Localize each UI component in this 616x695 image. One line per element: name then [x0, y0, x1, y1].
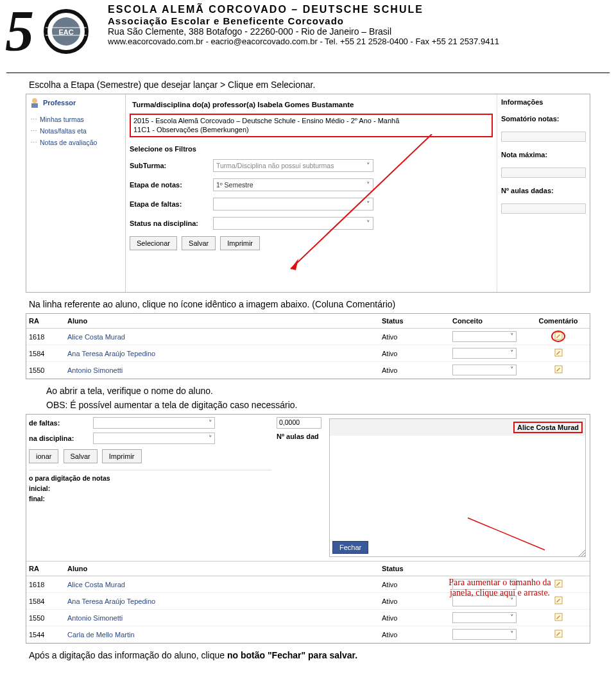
- salvar-button[interactable]: Salvar: [64, 449, 98, 463]
- conceito-select[interactable]: ˅: [452, 612, 517, 623]
- filters-title: Selecione os Filtros: [130, 145, 493, 153]
- aulas-field: [501, 203, 586, 214]
- edit-comment-icon[interactable]: [554, 348, 563, 357]
- imprimir-button[interactable]: Imprimir: [220, 236, 260, 250]
- resize-callout: Para aumentar o tamanho da janela, cliqu…: [442, 578, 558, 598]
- edit-comment-icon[interactable]: [554, 630, 563, 638]
- chevron-down-icon: ˅: [510, 349, 514, 357]
- etapa-notas-label: Etapa de notas:: [130, 181, 213, 189]
- subturma-value: Turma/Disciplina não possui subturmas: [216, 162, 334, 169]
- zero-field: 0,0000: [277, 417, 321, 429]
- modal-textarea[interactable]: [330, 436, 585, 538]
- col-aluno-header: Aluno: [67, 565, 382, 572]
- ra-cell: 1550: [29, 614, 67, 622]
- chevron-down-icon: ˅: [209, 419, 212, 427]
- aluno-cell[interactable]: Ana Teresa Araújo Tepedino: [67, 350, 382, 357]
- aluno-cell[interactable]: Carla de Mello Martin: [67, 631, 382, 639]
- col-status-header: Status: [382, 317, 452, 325]
- professor-header: Professor: [29, 97, 123, 108]
- etapa-faltas-label: Etapa de faltas:: [130, 200, 213, 208]
- selecionar-button-partial[interactable]: ionar: [29, 449, 58, 463]
- faltas-select[interactable]: ˅: [93, 417, 215, 429]
- svg-text:EAC: EAC: [58, 28, 73, 36]
- tree-notas-avaliacao[interactable]: ⋯ Notas de avaliação: [29, 137, 123, 148]
- faltas-label: de faltas:: [29, 419, 93, 427]
- status-label: Status na disciplina:: [130, 219, 213, 227]
- chevron-down-icon: ˅: [510, 366, 514, 374]
- instruction-2: Na linha referente ao aluno, clique no í…: [29, 299, 587, 309]
- red-highlight-circle: [551, 330, 565, 342]
- col-status-header: Status: [382, 565, 452, 572]
- tree-label: Minhas turmas: [40, 116, 84, 123]
- resize-handle[interactable]: [578, 549, 585, 556]
- conceito-select[interactable]: ˅: [452, 348, 517, 359]
- chevron-down-icon: ˅: [510, 613, 514, 622]
- document-header: 5 EAC ESCOLA ALEMÃ CORCOVADO – DEUTSCHE …: [0, 0, 616, 70]
- table-header: RA Aluno Status Conceito Comentário: [26, 314, 590, 329]
- svg-line-13: [584, 555, 585, 556]
- ra-cell: 1618: [29, 581, 67, 588]
- chevron-down-icon: ˅: [366, 219, 370, 227]
- edit-comment-icon[interactable]: [554, 365, 563, 373]
- tree-minhas-turmas[interactable]: ⋯ Minhas turmas: [29, 114, 123, 125]
- ra-cell: 1584: [29, 597, 67, 605]
- table-header-2: RA Aluno Status: [26, 561, 590, 576]
- comment-modal: Alice Costa Murad Fechar: [329, 418, 586, 557]
- status-select[interactable]: ˅: [213, 217, 373, 230]
- modal-student-name: Alice Costa Murad: [513, 422, 583, 433]
- svg-point-4: [32, 98, 37, 103]
- etapa-notas-select[interactable]: 1º Semestre ˅: [213, 178, 373, 191]
- aulas-label: Nº aulas dadas:: [501, 187, 586, 194]
- selecionar-button[interactable]: Selecionar: [130, 236, 177, 250]
- aluno-cell[interactable]: Antonio Simonetti: [67, 366, 382, 374]
- school-name: ESCOLA ALEMÃ CORCOVADO – DEUTSCHE SCHULE: [108, 4, 611, 15]
- col-comentario-header: Comentário: [529, 317, 587, 325]
- turma-line-1: 2015 - Escola Alemã Corcovado – Deutsche…: [133, 116, 489, 125]
- somatorio-label: Somatório notas:: [501, 115, 586, 123]
- turma-line-2: 11C1 - Observações (Bemerkungen): [133, 125, 489, 134]
- conceito-select[interactable]: ˅: [452, 365, 517, 375]
- final-label: final:: [29, 495, 271, 502]
- col-ra-header: RA: [29, 317, 67, 325]
- turma-selection-box: 2015 - Escola Alemã Corcovado – Deutsche…: [130, 114, 493, 137]
- chevron-down-icon: ˅: [366, 181, 370, 189]
- col-aluno-header: Aluno: [67, 317, 382, 325]
- instruction-3a: Ao abrir a tela, verifique o nome do alu…: [46, 386, 587, 396]
- digit-notas-label: o para digitação de notas: [29, 474, 271, 482]
- aluno-cell[interactable]: Alice Costa Murad: [67, 581, 382, 588]
- table-row: 1584Ana Teresa Araújo TepedinoAtivo˅: [26, 345, 590, 362]
- aluno-cell[interactable]: Alice Costa Murad: [67, 333, 382, 341]
- panel-title: Turma/disciplina do(a) professor(a) Isab…: [130, 98, 493, 111]
- ra-cell: 1618: [29, 333, 67, 341]
- ra-cell: 1584: [29, 350, 67, 357]
- professor-label: Professor: [43, 99, 76, 107]
- aluno-cell[interactable]: Ana Teresa Araújo Tepedino: [67, 597, 382, 605]
- student-table-1: RA Aluno Status Conceito Comentário 1618…: [26, 313, 590, 379]
- conceito-select[interactable]: ˅: [452, 331, 517, 342]
- professor-icon: [29, 97, 40, 108]
- aluno-cell[interactable]: Antonio Simonetti: [67, 614, 382, 622]
- conceito-select[interactable]: ˅: [452, 629, 517, 640]
- tree-connector-icon: ⋯: [30, 139, 37, 146]
- chevron-down-icon: ˅: [366, 162, 370, 169]
- table-row: 1618Alice Costa MuradAtivo˅: [26, 329, 590, 345]
- subturma-label: SubTurma:: [130, 162, 213, 169]
- col-ra-header: RA: [29, 565, 67, 572]
- imprimir-button[interactable]: Imprimir: [102, 449, 142, 463]
- table-row: 1550Antonio SimonettiAtivo˅: [26, 362, 590, 379]
- tree-notas-faltas[interactable]: ⋯ Notas/faltas eta: [29, 125, 123, 137]
- svg-text:5: 5: [5, 3, 34, 63]
- salvar-button[interactable]: Salvar: [182, 236, 216, 250]
- notamax-label: Nota máxima:: [501, 151, 586, 159]
- screenshot-1: Professor ⋯ Minhas turmas ⋯ Notas/faltas…: [26, 94, 590, 293]
- etapa-notas-value: 1º Semestre: [216, 181, 253, 189]
- chevron-down-icon: ˅: [510, 630, 514, 639]
- edit-comment-icon[interactable]: [554, 613, 563, 621]
- disciplina-select[interactable]: ˅: [93, 433, 215, 444]
- notamax-field: [501, 167, 586, 178]
- ra-cell: 1550: [29, 366, 67, 374]
- informacoes-title: Informações: [501, 98, 586, 106]
- subturma-select[interactable]: Turma/Disciplina não possui subturmas ˅: [213, 159, 373, 172]
- fechar-button[interactable]: Fechar: [332, 541, 368, 554]
- etapa-faltas-select[interactable]: ˅: [213, 198, 373, 210]
